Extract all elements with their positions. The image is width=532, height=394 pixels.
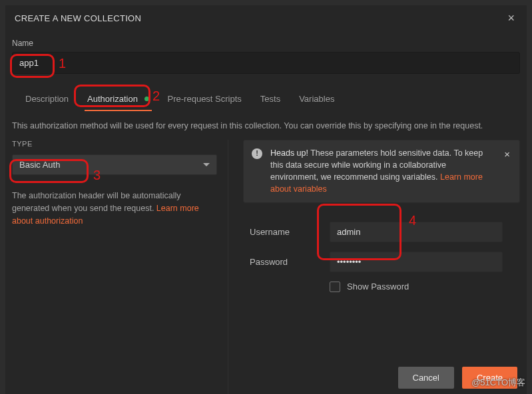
show-password-checkbox[interactable] xyxy=(330,282,340,292)
password-label: Password xyxy=(250,257,330,267)
name-label: Name xyxy=(12,39,520,48)
show-password-label: Show Password xyxy=(347,282,409,292)
password-row: Password xyxy=(250,252,520,272)
modal-footer: Cancel Create xyxy=(5,367,527,389)
username-label: Username xyxy=(250,227,330,237)
username-row: Username xyxy=(250,222,520,242)
status-dot-icon xyxy=(144,97,149,101)
watermark: @51CTO博客 xyxy=(471,377,525,389)
modal-title: CREATE A NEW COLLECTION xyxy=(15,13,141,23)
alert-close-icon[interactable]: × xyxy=(503,147,511,196)
modal-body: Name Description Authorization Pre-reque… xyxy=(5,29,527,394)
alert-lead: Heads up! xyxy=(270,148,310,158)
cancel-button[interactable]: Cancel xyxy=(398,367,454,389)
close-icon[interactable]: × xyxy=(505,12,517,24)
auth-type-value: Basic Auth xyxy=(19,160,60,170)
chevron-down-icon xyxy=(203,163,210,166)
split-pane: TYPE Basic Auth The authorization header… xyxy=(12,140,520,394)
modal-titlebar: CREATE A NEW COLLECTION × xyxy=(5,5,527,29)
password-input[interactable] xyxy=(330,252,503,272)
auth-type-select[interactable]: Basic Auth xyxy=(12,154,217,175)
tab-authorization-label: Authorization xyxy=(87,94,138,104)
tab-prerequest[interactable]: Pre-request Scripts xyxy=(158,89,251,110)
left-column: TYPE Basic Auth The authorization header… xyxy=(12,140,228,394)
username-input[interactable] xyxy=(330,222,503,242)
auth-help: The authorization header will be automat… xyxy=(12,190,216,227)
create-collection-modal: CREATE A NEW COLLECTION × Name Descripti… xyxy=(5,5,527,394)
type-label: TYPE xyxy=(12,140,216,148)
tab-variables[interactable]: Variables xyxy=(290,89,344,110)
tab-tests[interactable]: Tests xyxy=(251,89,290,110)
authorization-help-text: This authorization method will be used f… xyxy=(12,121,520,130)
auth-help-text: The authorization header will be automat… xyxy=(12,191,181,213)
collection-name-input[interactable] xyxy=(12,52,520,74)
tabbar: Description Authorization Pre-request Sc… xyxy=(12,89,520,110)
sensitive-data-alert: ! Heads up! These parameters hold sensit… xyxy=(243,140,520,203)
right-column: ! Heads up! These parameters hold sensit… xyxy=(228,140,520,394)
warning-icon: ! xyxy=(252,148,262,159)
basic-auth-form: Username Password Show Password xyxy=(250,222,520,292)
show-password-row: Show Password xyxy=(330,282,520,292)
tab-authorization[interactable]: Authorization xyxy=(78,89,158,110)
tab-description[interactable]: Description xyxy=(16,89,78,110)
